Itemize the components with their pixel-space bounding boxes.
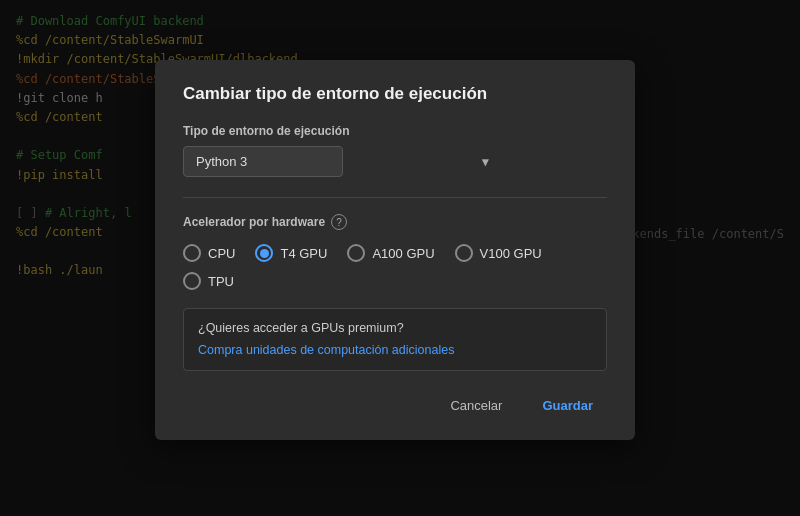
runtime-dropdown-wrapper: Python 3 Python 2 R ▼ — [183, 146, 607, 177]
runtime-dropdown[interactable]: Python 3 Python 2 R — [183, 146, 343, 177]
radio-label-v100gpu: V100 GPU — [480, 246, 542, 261]
radio-t4gpu[interactable]: T4 GPU — [255, 244, 327, 262]
hardware-options-row1: CPU T4 GPU A100 GPU V100 GPU — [183, 244, 607, 262]
dialog-buttons: Cancelar Guardar — [183, 391, 607, 420]
radio-label-tpu: TPU — [208, 274, 234, 289]
hardware-section-header: Acelerador por hardware ? — [183, 214, 607, 230]
radio-circle-t4gpu — [255, 244, 273, 262]
hardware-options-row2: TPU — [183, 272, 607, 290]
premium-question: ¿Quieres acceder a GPUs premium? — [198, 321, 592, 335]
radio-v100gpu[interactable]: V100 GPU — [455, 244, 542, 262]
hardware-label: Acelerador por hardware — [183, 215, 325, 229]
radio-circle-v100gpu — [455, 244, 473, 262]
radio-a100gpu[interactable]: A100 GPU — [347, 244, 434, 262]
divider — [183, 197, 607, 198]
premium-link[interactable]: Compra unidades de computación adicional… — [198, 343, 454, 357]
dropdown-arrow-icon: ▼ — [482, 155, 489, 169]
radio-cpu[interactable]: CPU — [183, 244, 235, 262]
runtime-label: Tipo de entorno de ejecución — [183, 124, 607, 138]
help-icon[interactable]: ? — [331, 214, 347, 230]
radio-circle-a100gpu — [347, 244, 365, 262]
radio-circle-tpu — [183, 272, 201, 290]
radio-label-cpu: CPU — [208, 246, 235, 261]
radio-label-t4gpu: T4 GPU — [280, 246, 327, 261]
premium-box: ¿Quieres acceder a GPUs premium? Compra … — [183, 308, 607, 371]
cancel-button[interactable]: Cancelar — [436, 391, 516, 420]
dialog: Cambiar tipo de entorno de ejecución Tip… — [155, 60, 635, 440]
radio-tpu[interactable]: TPU — [183, 272, 234, 290]
radio-label-a100gpu: A100 GPU — [372, 246, 434, 261]
save-button[interactable]: Guardar — [528, 391, 607, 420]
radio-circle-cpu — [183, 244, 201, 262]
dialog-title: Cambiar tipo de entorno de ejecución — [183, 84, 607, 104]
